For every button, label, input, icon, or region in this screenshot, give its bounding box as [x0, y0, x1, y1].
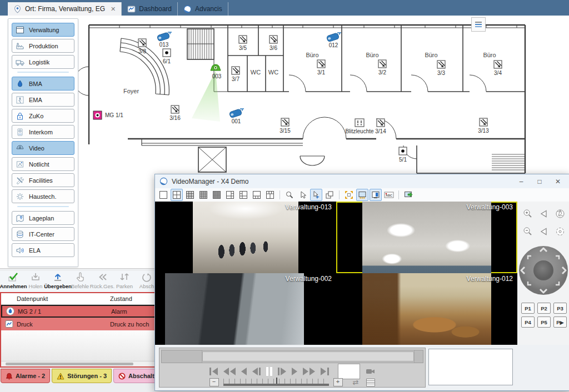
- zoom-in-button[interactable]: [522, 208, 533, 222]
- camera-003[interactable]: 003: [211, 64, 222, 79]
- handover-button[interactable]: Übergeben: [47, 272, 69, 289]
- floorplan-menu-button[interactable]: [471, 17, 486, 32]
- zoom-tool-button[interactable]: [283, 189, 296, 201]
- column-zustand[interactable]: Zustand: [110, 295, 157, 302]
- video-tile-4[interactable]: Verwaltung-012: [336, 273, 517, 345]
- step-forward-button[interactable]: [278, 368, 286, 375]
- layout-1x1-button[interactable]: [157, 189, 169, 201]
- fast-forward-button[interactable]: [303, 368, 315, 375]
- video-tile-2-selected[interactable]: Verwaltung-003: [336, 202, 517, 273]
- slider-plus-button[interactable]: +: [333, 378, 343, 386]
- commands-button[interactable]: Befehle: [69, 272, 91, 289]
- record-camera-icon[interactable]: [366, 368, 376, 375]
- pause-button[interactable]: [266, 367, 272, 376]
- tab-dashboard[interactable]: Dashboard: [122, 2, 178, 16]
- play-button[interactable]: [292, 368, 297, 375]
- status-tab-stoerungen[interactable]: Störungen - 3: [52, 369, 112, 383]
- skip-end-button[interactable]: [321, 368, 329, 375]
- revert-button[interactable]: Rück.Ges.: [91, 272, 113, 289]
- zoom-out-button[interactable]: [522, 226, 533, 239]
- tab-advancis[interactable]: Advancis: [178, 2, 228, 16]
- preset-p5-button[interactable]: P5: [537, 316, 551, 328]
- sidebar-item-zuko[interactable]: ZuKo: [12, 109, 74, 123]
- sensor-6-1[interactable]: 6/1: [163, 49, 171, 64]
- audio-mute-button[interactable]: [538, 226, 550, 239]
- layout-mixed-button[interactable]: [264, 189, 276, 201]
- skip-start-button[interactable]: [209, 368, 218, 375]
- park-button[interactable]: Parken: [113, 272, 136, 289]
- sidebar-item-facilities[interactable]: Facilities: [12, 173, 74, 187]
- videomanager-titlebar[interactable]: VideoManager - X4 Demo – □ ✕: [155, 174, 569, 188]
- sensor-3-15[interactable]: 3/15: [279, 118, 291, 134]
- sensor-5-1[interactable]: 5/1: [399, 147, 407, 163]
- preset-p2-button[interactable]: P2: [537, 303, 551, 314]
- camera-001[interactable]: 001: [229, 109, 244, 124]
- video-tile-1[interactable]: Verwaltung-013: [155, 202, 336, 273]
- device-blitzleuchte[interactable]: Blitzleuchte: [345, 119, 374, 134]
- table-row[interactable]: MG 2 / 1 Alarm: [1, 305, 157, 318]
- layout-5x5-button[interactable]: [211, 189, 223, 201]
- sidebar-item-logistik[interactable]: Logistik: [12, 55, 74, 69]
- focus-button[interactable]: [555, 226, 566, 239]
- horizontal-scrollbar[interactable]: [1, 361, 157, 366]
- status-tab-alarme[interactable]: Alarme - 2: [1, 369, 50, 383]
- sensor-3-7[interactable]: 3/7: [232, 67, 239, 82]
- column-datenpunkt[interactable]: Datenpunkt: [17, 295, 110, 302]
- drag-tool-button[interactable]: [310, 189, 322, 201]
- playlist-icon[interactable]: [366, 379, 375, 386]
- sensor-3-2[interactable]: 3/2: [378, 60, 386, 76]
- tab-close-icon[interactable]: ✕: [111, 6, 116, 13]
- device-mg-1-1[interactable]: MG 1/1: [93, 111, 123, 119]
- rewind-button[interactable]: [223, 368, 236, 375]
- sidebar-item-bma[interactable]: BMA: [12, 77, 74, 91]
- abc-label-button[interactable]: ABC: [383, 189, 395, 201]
- sidebar-item-interkom[interactable]: Interkom: [12, 125, 74, 139]
- slider-thumb[interactable]: [276, 378, 277, 384]
- minimize-button[interactable]: –: [514, 177, 528, 187]
- layout-2x2-button[interactable]: [171, 189, 183, 201]
- sensor-3-1[interactable]: 3/1: [317, 60, 325, 76]
- sidebar-item-ela[interactable]: ELA: [12, 243, 74, 257]
- accept-button[interactable]: Annehmen: [2, 272, 24, 289]
- speed-input[interactable]: [338, 364, 360, 379]
- iris-button[interactable]: [555, 208, 566, 222]
- sensor-3-13[interactable]: 3/13: [478, 118, 489, 134]
- monitor-export-button[interactable]: [402, 189, 415, 201]
- table-row[interactable]: Druck Druck zu hoch: [1, 318, 157, 330]
- close-button[interactable]: ✕: [551, 177, 565, 187]
- sidebar-item-video[interactable]: Video: [12, 141, 74, 155]
- preset-p4-button[interactable]: P4: [521, 316, 535, 328]
- monitor-2-button[interactable]: [370, 189, 382, 201]
- camera-013[interactable]: 013: [157, 32, 172, 48]
- slider-minus-button[interactable]: −: [209, 378, 219, 386]
- sensor-3-3[interactable]: 3/3: [437, 61, 445, 76]
- play-backward-button[interactable]: [241, 368, 247, 375]
- camera-012[interactable]: 012: [326, 33, 341, 48]
- monitor-1-button[interactable]: [356, 189, 368, 201]
- sensor-3-4[interactable]: 3/4: [494, 61, 502, 76]
- sidebar-item-produktion[interactable]: Produktion: [12, 39, 74, 53]
- layout-1big-left-button[interactable]: [224, 189, 236, 201]
- scrollbar-thumb[interactable]: [6, 363, 133, 365]
- tab-ort[interactable]: Ort: Firma, Verwaltung, EG ✕: [8, 2, 122, 16]
- preset-p6-button[interactable]: P▶: [553, 316, 567, 328]
- loop-icon[interactable]: ⇄: [353, 378, 359, 386]
- layout-4x4-button[interactable]: [197, 189, 209, 201]
- select-tool-button[interactable]: [297, 189, 309, 201]
- preset-p1-button[interactable]: P1: [521, 303, 535, 314]
- swap-views-button[interactable]: [323, 189, 336, 201]
- timeline[interactable]: [161, 350, 423, 363]
- sidebar-item-it-center[interactable]: IT-Center: [12, 227, 74, 241]
- speed-slider[interactable]: [223, 379, 329, 386]
- fit-view-button[interactable]: [343, 189, 355, 201]
- preset-p3-button[interactable]: P3: [553, 303, 567, 314]
- event-panel[interactable]: [428, 349, 513, 385]
- layout-3x3-button[interactable]: [184, 189, 196, 201]
- sensor-3-8[interactable]: 3/8: [138, 39, 146, 54]
- sensor-3-14[interactable]: 3/14: [375, 119, 386, 134]
- ptz-joystick[interactable]: [518, 245, 569, 298]
- video-tile-3[interactable]: Verwaltung-002: [155, 273, 336, 345]
- sidebar-item-haustech[interactable]: Haustech.: [12, 189, 74, 203]
- sidebar-item-lageplan[interactable]: Lageplan: [12, 211, 74, 225]
- sensor-3-5[interactable]: 3/5: [239, 36, 247, 51]
